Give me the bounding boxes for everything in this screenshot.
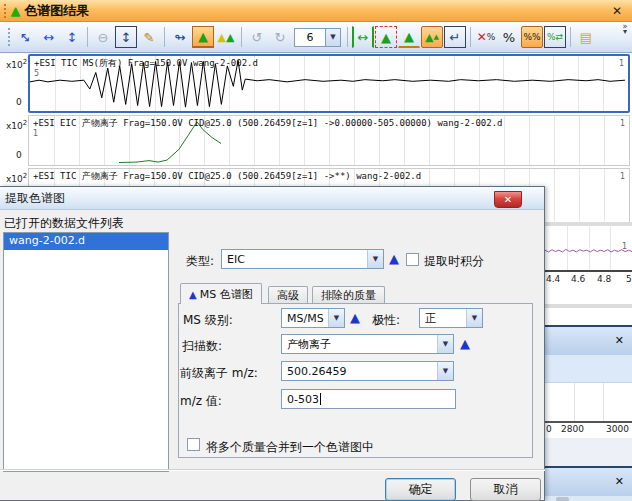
y-scale-label: x102: [6, 172, 27, 184]
spectrum-panel-toolbar: [545, 355, 632, 383]
file-list-item[interactable]: wang-2-002.d: [4, 233, 168, 250]
trace-title: +ESI TIC 产物离子 Frag=150.0V CID@25.0 (500.…: [33, 170, 421, 183]
scans-select[interactable]: 产物离子 ▼: [281, 334, 454, 354]
overlay-mode-icon[interactable]: ▲▲: [215, 26, 237, 48]
chevron-down-icon[interactable]: ▼: [326, 28, 341, 47]
gridline: [579, 169, 580, 224]
undo-icon: ↺: [246, 26, 268, 48]
time-tick: 4.6: [571, 274, 585, 284]
peak-baseline-icon[interactable]: ▲: [398, 26, 420, 48]
zoom-out-icon: ⊖: [92, 26, 114, 48]
mz-tick: 0: [546, 424, 552, 434]
icon-part: ▲: [226, 32, 234, 43]
chevron-down-icon[interactable]: ▼: [466, 309, 482, 327]
purple-trace: [545, 226, 632, 270]
dialog-title: 提取色谱图: [5, 190, 65, 207]
plot-pane-4-partial[interactable]: 1: [545, 226, 632, 270]
chevron-down-icon[interactable]: ▼: [437, 335, 453, 353]
chromatogram-row-1: x102 0 +ESI TIC MS(所有) Frag=150.0V wang-…: [0, 54, 632, 113]
tab-label: 排除的质量: [321, 288, 376, 303]
gridline: [554, 169, 555, 224]
scans-label: 扫描数:: [182, 338, 222, 355]
merge-checkbox-label: 将多个质量合并到一个色谱图中: [206, 439, 374, 456]
resize-vertical-icon[interactable]: ↕: [61, 26, 83, 48]
mz-input[interactable]: 0-503: [281, 389, 456, 409]
normalize-range-icon[interactable]: %⇄: [544, 26, 566, 48]
fit-x-icon[interactable]: ↔: [352, 26, 374, 48]
edit-axes-icon[interactable]: ✎: [138, 26, 160, 48]
precursor-label: 前级离子 m/z:: [180, 365, 258, 382]
tab-ms-chromatogram[interactable]: ▲ MS 色谱图: [180, 283, 262, 304]
spectrum-tool-icon[interactable]: ▤: [575, 26, 597, 48]
precursor-select[interactable]: 500.26459 ▼: [281, 361, 454, 381]
cancel-button[interactable]: 取消: [470, 478, 541, 501]
close-icon[interactable]: ✕: [615, 475, 624, 488]
resize-diagonal-icon[interactable]: ↔: [10, 21, 41, 52]
merge-checkbox[interactable]: [187, 438, 200, 451]
mz-value: 0-503: [287, 393, 319, 406]
clear-normalize-icon[interactable]: ✕%: [475, 26, 497, 48]
normalize-stack-icon[interactable]: %%: [521, 26, 543, 48]
peak-select-icon[interactable]: ▲: [375, 26, 397, 48]
icon-part: %: [547, 33, 556, 42]
gridline: [604, 169, 605, 224]
segment-mark-right: 1: [620, 119, 625, 128]
panel-footer-area: [545, 438, 632, 466]
chevron-down-icon[interactable]: ▼: [437, 362, 453, 380]
toolbar-separator: [347, 27, 348, 47]
param-triangle-icon: ▲: [389, 252, 399, 265]
tab-advanced[interactable]: 高级: [268, 286, 308, 304]
close-icon[interactable]: ✕: [609, 3, 625, 19]
dialog-close-button[interactable]: ✕: [494, 191, 522, 208]
close-icon[interactable]: ✕: [615, 334, 624, 347]
autoscale-y-icon[interactable]: ↕: [115, 26, 137, 48]
toolbar-separator: [241, 27, 242, 47]
icon-part: ▲: [434, 34, 439, 41]
gridline: [603, 383, 604, 421]
plot-pane-1[interactable]: +ESI TIC MS(所有) Frag=150.0V wang-2-002.d…: [28, 54, 630, 113]
normalize-icon[interactable]: %: [498, 26, 520, 48]
resize-horizontal-icon[interactable]: ↔: [38, 26, 60, 48]
chevron-down-icon[interactable]: ▼: [328, 309, 344, 327]
y-scale-label: x102: [6, 58, 27, 70]
redo-icon: ↻: [269, 26, 291, 48]
type-value: EIC: [222, 250, 367, 268]
plot-pane-2[interactable]: +ESI EIC 产物离子 Frag=150.0V CID@25.0 (500.…: [28, 115, 630, 166]
peak-walk-icon[interactable]: ▲▲: [421, 26, 443, 48]
mz-label: m/z 值:: [180, 393, 222, 410]
trace-title: +ESI EIC 产物离子 Frag=150.0V CID@25.0 (500.…: [33, 117, 502, 130]
chromatogram-mode-icon[interactable]: ▲: [192, 26, 214, 48]
time-axis: [545, 270, 632, 272]
dialog-titlebar[interactable]: 提取色谱图: [0, 187, 544, 210]
window-titlebar[interactable]: ▲ 色谱图结果 ✕: [0, 0, 632, 22]
pane-count-value: 6: [294, 28, 326, 47]
type-select[interactable]: EIC ▼: [221, 249, 384, 269]
chevron-down-icon[interactable]: ▼: [367, 250, 383, 268]
file-list-label: 已打开的数据文件列表: [4, 215, 124, 232]
tab-label: MS 色谱图: [200, 287, 253, 302]
extract-chromatogram-dialog: 提取色谱图 ✕ 已打开的数据文件列表 wang-2-002.d 类型: EIC …: [0, 186, 545, 501]
divider: [0, 469, 545, 471]
toolbar-overflow-icon[interactable]: » ▾: [620, 24, 630, 34]
segment-mark-left: 1: [33, 129, 38, 138]
polarity-select[interactable]: 正 ▼: [419, 308, 483, 328]
lower-panel-titlebar[interactable]: ✕: [545, 468, 632, 496]
ok-button[interactable]: 确定: [385, 478, 456, 501]
file-listbox[interactable]: wang-2-002.d: [3, 232, 169, 472]
icon-part: ⇄: [556, 33, 564, 42]
tab-excluded-masses[interactable]: 排除的质量: [312, 286, 385, 304]
segment-mark-left: 5: [34, 69, 39, 78]
toolbar-separator: [164, 27, 165, 47]
background-panels: 1 4.4 4.6 4.8 5 ✕ 0 2800 3000 ✕: [545, 222, 632, 501]
ms-level-label: MS 级别:: [183, 312, 233, 329]
chromatogram-row-2: x102 0 +ESI EIC 产物离子 Frag=150.0V CID@25.…: [0, 115, 632, 166]
curve-tool-icon[interactable]: ↬: [169, 26, 191, 48]
ms-level-select[interactable]: MS/MS ▼: [281, 308, 345, 328]
spectrum-panel-titlebar[interactable]: ✕: [545, 327, 632, 355]
tab-label: 高级: [277, 288, 299, 303]
integrate-icon[interactable]: ↵: [444, 26, 466, 48]
integrate-checkbox[interactable]: [406, 253, 419, 266]
spectrum-plot-partial[interactable]: [545, 383, 632, 421]
time-tick: 5: [626, 274, 632, 284]
pane-count-select[interactable]: 6▼: [294, 28, 341, 47]
